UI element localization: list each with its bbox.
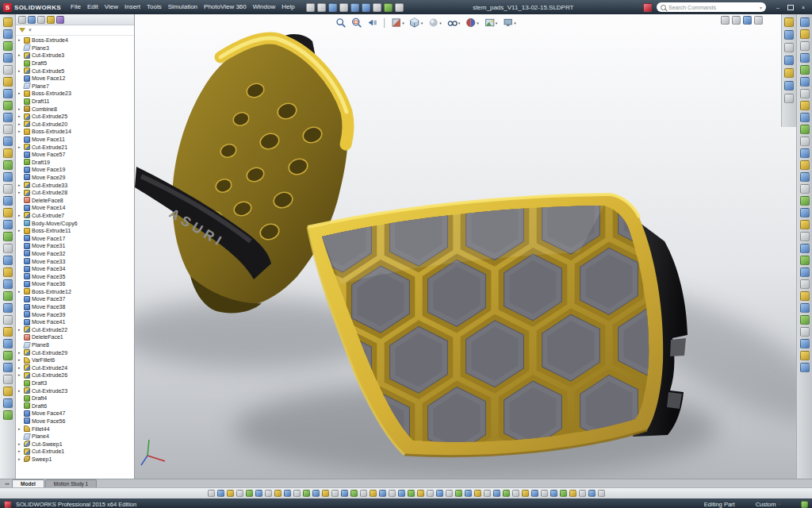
toolbar-icon[interactable] [3, 53, 13, 63]
quick-tool-icon[interactable] [328, 3, 337, 12]
toolbar-icon[interactable] [3, 137, 13, 146]
tree-item[interactable]: ▸ Move Face35 [18, 272, 134, 280]
tree-item[interactable]: ▸ Move Face12 [18, 75, 134, 83]
menu-item[interactable]: Window [250, 0, 278, 14]
toolbar-icon[interactable] [208, 490, 215, 497]
toolbar-icon[interactable] [436, 490, 443, 497]
tree-item[interactable]: ▸ Boss-Extrude23 [18, 90, 134, 98]
tree-item[interactable]: ▸ Cut-Extrude23 [18, 387, 134, 394]
tree-item[interactable]: ▸ Boss-Extrude14 [18, 128, 134, 136]
toolbar-icon[interactable] [398, 490, 405, 497]
tree-item[interactable]: ▸ Cut-Extrude24 [18, 364, 134, 372]
toolbar-icon[interactable] [370, 490, 377, 497]
tree-item[interactable]: ▸ Move Face29 [18, 174, 134, 182]
tree-item[interactable]: ▸ Move Face56 [18, 418, 134, 425]
toolbar-icon[interactable] [3, 17, 13, 27]
toolbar-icon[interactable] [3, 232, 13, 241]
toolbar-icon[interactable] [417, 490, 424, 497]
toolbar-icon[interactable] [3, 220, 13, 229]
tree-item[interactable]: ▸ Draft11 [18, 98, 134, 106]
quick-tips-icon[interactable] [801, 501, 808, 508]
menu-item[interactable]: Help [278, 0, 297, 14]
toolbar-icon[interactable] [800, 113, 810, 122]
toolbar-icon[interactable] [246, 490, 253, 497]
tree-item[interactable]: ▸ Plane8 [18, 341, 134, 349]
toolbar-icon[interactable] [360, 490, 367, 497]
toolbar-icon[interactable] [3, 101, 13, 110]
toolbar-icon[interactable] [484, 490, 491, 497]
tree-item[interactable]: ▸ Move Face34 [18, 265, 134, 273]
toolbar-icon[interactable] [265, 490, 272, 497]
quick-tool-icon[interactable] [306, 3, 315, 12]
tree-item[interactable]: ▸ Plane4 [18, 433, 134, 441]
tree-item[interactable]: ▸ Draft19 [18, 159, 134, 167]
toolbar-icon[interactable] [493, 490, 500, 497]
expand-arrow-icon[interactable]: ▸ [18, 229, 22, 233]
toolbar-icon[interactable] [3, 387, 13, 396]
tree-item[interactable]: ▸ Body-Move/Copy6 [18, 219, 134, 227]
toolbar-icon[interactable] [800, 232, 810, 241]
tree-item[interactable]: ▸ Move Face14 [18, 204, 134, 212]
zoom-area-icon[interactable] [350, 17, 362, 29]
menu-item[interactable]: Edit [84, 0, 102, 14]
expand-arrow-icon[interactable]: ▸ [18, 351, 22, 355]
tree-item[interactable]: ▸ Draft5 [18, 60, 134, 67]
menu-item[interactable]: PhotoView 360 [201, 0, 250, 14]
panel-icon[interactable] [721, 16, 730, 25]
tree-item[interactable]: ▸ Cut-Sweep1 [18, 440, 134, 448]
toolbar-icon[interactable] [800, 279, 810, 289]
toolbar-icon[interactable] [465, 490, 472, 497]
menu-item[interactable]: Simulation [165, 0, 201, 14]
menu-item[interactable]: File [67, 0, 84, 14]
toolbar-icon[interactable] [800, 101, 810, 110]
quick-tool-icon[interactable] [350, 3, 359, 12]
panel-icon[interactable] [732, 16, 741, 25]
tree-item[interactable]: ▸ Fillet44 [18, 425, 134, 433]
toolbar-icon[interactable] [579, 490, 586, 497]
tree-item[interactable]: ▸ Boss-Extrude12 [18, 288, 134, 296]
tree-item[interactable]: ▸ Cut-Extrude26 [18, 371, 134, 379]
toolbar-icon[interactable] [3, 339, 13, 348]
menu-item[interactable]: Tools [144, 0, 165, 14]
toolbar-icon[interactable] [312, 490, 320, 497]
tree-item[interactable]: ▸ Draft4 [18, 394, 134, 402]
toolbar-icon[interactable] [800, 172, 810, 182]
toolbar-icon[interactable] [800, 363, 810, 372]
toolbar-icon[interactable] [3, 41, 13, 51]
expand-arrow-icon[interactable]: ▸ [18, 129, 22, 133]
tree-item[interactable]: ▸ Move Face47 [18, 410, 134, 418]
expand-arrow-icon[interactable]: ▸ [18, 190, 22, 194]
tab-scroll-right-icon[interactable]: ▸ [8, 481, 10, 486]
tree-item[interactable]: ▸ Move Face19 [18, 166, 134, 174]
expand-arrow-icon[interactable]: ▸ [18, 328, 22, 332]
toolbar-icon[interactable] [227, 490, 234, 497]
tree-item[interactable]: ▸ Cut-Extrude28 [18, 189, 134, 197]
task-pane-tab-icon[interactable] [784, 17, 794, 27]
toolbar-icon[interactable] [446, 490, 453, 497]
toolbar-icon[interactable] [3, 303, 13, 313]
tree-item[interactable]: ▸ Move Face17 [18, 234, 134, 242]
toolbar-icon[interactable] [800, 291, 810, 301]
tree-item[interactable]: ▸ Cut-Extrude25 [18, 113, 134, 121]
expand-arrow-icon[interactable]: ▸ [18, 122, 22, 126]
expand-arrow-icon[interactable]: ▸ [18, 145, 22, 149]
tree-item[interactable]: ▸ Boss-Extrude4 [18, 37, 134, 44]
task-pane-tab-icon[interactable] [784, 56, 794, 65]
toolbar-icon[interactable] [800, 160, 810, 170]
tree-item[interactable]: ▸ Move Face32 [18, 250, 134, 258]
maximize-button[interactable] [785, 2, 796, 12]
quick-tool-icon[interactable] [395, 3, 404, 12]
toolbar-icon[interactable] [3, 208, 13, 217]
tree-item[interactable]: ▸ Move Face11 [18, 136, 134, 144]
tab-scroll-left-icon[interactable]: ◂ [5, 481, 7, 486]
expand-arrow-icon[interactable]: ▸ [18, 38, 22, 42]
units-selector[interactable]: Custom ▾ [756, 501, 780, 508]
toolbar-icon[interactable] [350, 490, 358, 497]
toolbar-icon[interactable] [3, 160, 13, 170]
tree-item[interactable]: ▸ Plane7 [18, 83, 134, 90]
quick-tool-icon[interactable] [384, 3, 393, 12]
tab-scroll-buttons[interactable]: ◂ ▸ [2, 479, 12, 487]
toolbar-icon[interactable] [800, 267, 810, 277]
quick-tool-icon[interactable] [373, 3, 381, 12]
toolbar-icon[interactable] [800, 65, 810, 75]
